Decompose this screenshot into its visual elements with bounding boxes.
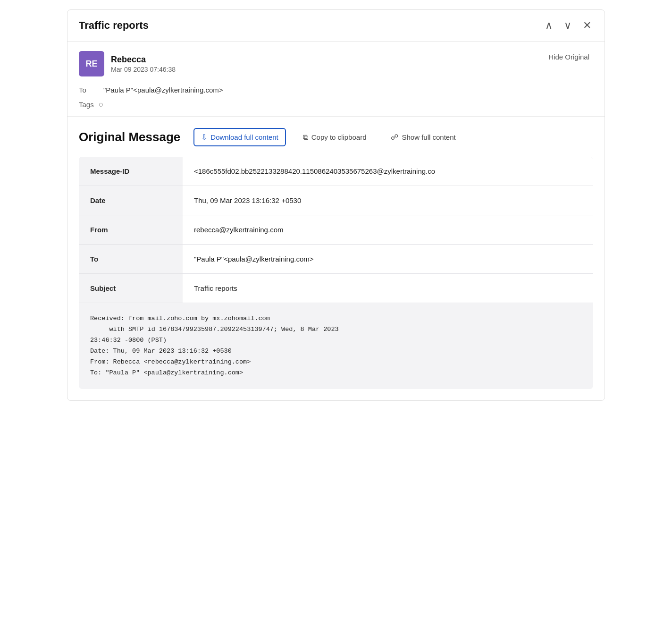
hide-original-button[interactable]: Hide Original <box>545 51 593 63</box>
field-label: From <box>79 215 183 244</box>
message-field-row: DateThu, 09 Mar 2023 13:16:32 +0530 <box>79 186 593 215</box>
show-content-icon: ☍ <box>391 133 398 142</box>
sender-row: RE Rebecca Mar 09 2023 07:46:38 Hide Ori… <box>79 51 593 76</box>
copy-btn-label: Copy to clipboard <box>311 133 367 141</box>
original-message-section: Original Message ⇩ Download full content… <box>67 128 605 400</box>
message-field-row: Fromrebecca@zylkertraining.com <box>79 215 593 245</box>
field-label: Message-ID <box>79 157 183 186</box>
download-btn-label: Download full content <box>210 133 278 141</box>
field-value: Traffic reports <box>183 274 593 303</box>
field-label: Date <box>79 186 183 215</box>
sender-details: Rebecca Mar 09 2023 07:46:38 <box>111 55 176 73</box>
message-field-row: To"Paula P"<paula@zylkertraining.com> <box>79 245 593 274</box>
message-fields: Message-ID<186c555fd02.bb25221332884​20.… <box>79 157 593 303</box>
title-bar-controls: ∧ ∨ ✕ <box>543 18 593 33</box>
received-block: Received: from mail.zoho.com by mx.zohom… <box>79 303 593 389</box>
message-field-row: SubjectTraffic reports <box>79 274 593 303</box>
sender-info: RE Rebecca Mar 09 2023 07:46:38 <box>79 51 176 76</box>
title-bar: Traffic reports ∧ ∨ ✕ <box>67 10 605 42</box>
tag-icon: ○ <box>99 100 104 110</box>
tags-row: Tags ○ <box>79 97 593 116</box>
field-value: Thu, 09 Mar 2023 13:16:32 +0530 <box>183 186 593 215</box>
to-label: To <box>79 86 98 94</box>
avatar: RE <box>79 51 104 76</box>
field-value: rebecca@zylkertraining.com <box>183 215 593 244</box>
field-label: Subject <box>79 274 183 303</box>
field-value: "Paula P"<paula@zylkertraining.com> <box>183 245 593 273</box>
original-message-header: Original Message ⇩ Download full content… <box>79 128 593 146</box>
show-full-content-button[interactable]: ☍ Show full content <box>383 128 463 146</box>
message-field-row: Message-ID<186c555fd02.bb25221332884​20.… <box>79 157 593 186</box>
message-card: Message-ID<186c555fd02.bb25221332884​20.… <box>79 157 593 389</box>
email-window: Traffic reports ∧ ∨ ✕ RE Rebecca Mar 09 … <box>67 9 605 401</box>
download-icon: ⇩ <box>201 133 207 142</box>
sender-name: Rebecca <box>111 55 176 65</box>
email-header: RE Rebecca Mar 09 2023 07:46:38 Hide Ori… <box>67 42 605 116</box>
clipboard-icon: ⧉ <box>303 133 308 142</box>
to-row: To "Paula P"<paula@zylkertraining.com> <box>79 83 593 97</box>
show-btn-label: Show full content <box>402 133 455 141</box>
close-button[interactable]: ✕ <box>581 18 593 33</box>
window-title: Traffic reports <box>79 19 149 32</box>
divider <box>67 116 605 117</box>
navigate-up-button[interactable]: ∧ <box>543 18 554 33</box>
sender-date: Mar 09 2023 07:46:38 <box>111 66 176 73</box>
download-full-content-button[interactable]: ⇩ Download full content <box>193 128 286 146</box>
copy-to-clipboard-button[interactable]: ⧉ Copy to clipboard <box>295 128 374 146</box>
navigate-down-button[interactable]: ∨ <box>562 18 573 33</box>
original-message-title: Original Message <box>79 130 180 144</box>
field-value: <186c555fd02.bb25221332884​20.1150862403… <box>183 157 593 186</box>
to-value: "Paula P"<paula@zylkertraining.com> <box>103 86 223 94</box>
tags-label: Tags <box>79 101 94 109</box>
field-label: To <box>79 245 183 273</box>
